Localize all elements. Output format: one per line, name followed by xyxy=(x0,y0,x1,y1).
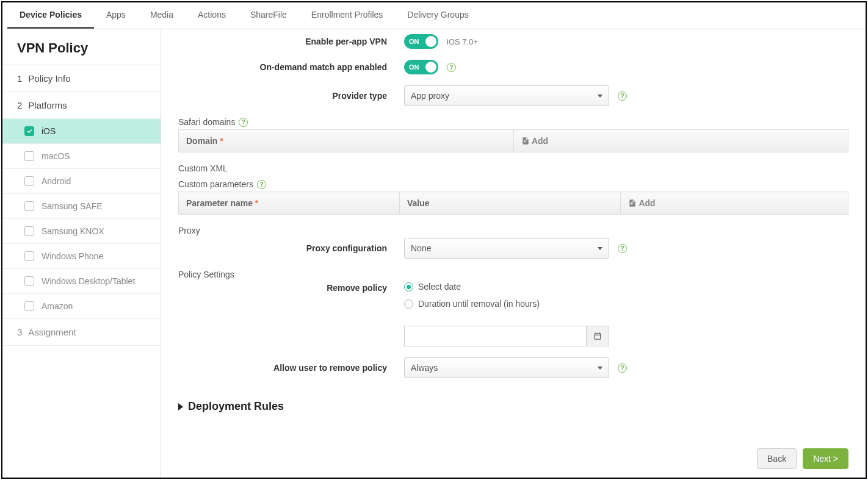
add-icon xyxy=(521,136,530,146)
calendar-icon xyxy=(593,332,602,340)
sidebar-item-label: iOS xyxy=(42,126,56,136)
tab-delivery-groups[interactable]: Delivery Groups xyxy=(395,2,480,29)
label-on-demand-match: On-demand match app enabled xyxy=(178,62,404,72)
section-custom-xml: Custom XML xyxy=(178,163,848,173)
sidebar-item-label: Samsung SAFE xyxy=(42,201,103,211)
chevron-down-icon xyxy=(598,367,602,370)
add-custom-param-button[interactable]: Add xyxy=(621,192,848,215)
col-value: Value xyxy=(400,192,621,215)
sidebar-step-label: Assignment xyxy=(28,327,76,337)
help-icon[interactable]: ? xyxy=(618,244,627,253)
back-button[interactable]: Back xyxy=(757,448,797,469)
sidebar-item-label: Android xyxy=(42,176,71,186)
sidebar-item-android[interactable]: Android xyxy=(2,169,161,194)
checkbox-icon[interactable] xyxy=(24,276,34,286)
section-custom-parameters: Custom parameters ? xyxy=(178,179,848,189)
radio-duration[interactable]: Duration until removal (in hours) xyxy=(404,299,609,309)
help-icon[interactable]: ? xyxy=(618,91,627,101)
sidebar-step-policy-info[interactable]: 1Policy Info xyxy=(2,65,161,92)
col-parameter-name: Parameter name * xyxy=(179,192,400,215)
section-text: Custom parameters xyxy=(178,179,253,189)
help-icon[interactable]: ? xyxy=(257,180,266,189)
add-icon xyxy=(628,198,637,208)
checkbox-icon[interactable] xyxy=(24,251,34,261)
radio-icon xyxy=(404,299,413,309)
tab-apps[interactable]: Apps xyxy=(94,2,138,29)
sidebar-item-label: Windows Desktop/Tablet xyxy=(42,276,135,286)
content: Enable per-app VPN ON iOS 7.0+ On-demand… xyxy=(161,29,866,478)
sidebar-item-windows-phone[interactable]: Windows Phone xyxy=(2,244,161,269)
section-proxy: Proxy xyxy=(178,226,848,235)
toggle-enable-per-app-vpn[interactable]: ON xyxy=(404,34,438,49)
sidebar: VPN Policy 1Policy Info 2Platforms iOS m… xyxy=(2,29,161,478)
label-enable-per-app-vpn: Enable per-app VPN xyxy=(178,37,404,46)
table-custom-parameters: Parameter name * Value Add xyxy=(178,192,848,215)
sidebar-item-label: Windows Phone xyxy=(42,251,103,261)
checkbox-icon[interactable] xyxy=(24,151,34,161)
chevron-down-icon xyxy=(598,247,602,250)
tab-sharefile[interactable]: ShareFile xyxy=(238,2,299,29)
checkbox-icon[interactable] xyxy=(24,176,34,186)
radio-label: Duration until removal (in hours) xyxy=(418,299,540,309)
radio-label: Select date xyxy=(418,282,461,292)
sidebar-step-assignment[interactable]: 3Assignment xyxy=(2,319,161,346)
toggle-label: ON xyxy=(409,38,419,45)
deployment-rules-label: Deployment Rules xyxy=(188,400,284,413)
sidebar-item-amazon[interactable]: Amazon xyxy=(2,294,161,319)
select-allow-user-remove[interactable]: Always xyxy=(404,357,609,378)
tab-media[interactable]: Media xyxy=(138,2,186,29)
radio-select-date[interactable]: Select date xyxy=(404,282,609,292)
col-domain: Domain * xyxy=(179,130,514,152)
sidebar-step-platforms[interactable]: 2Platforms xyxy=(2,92,161,119)
sidebar-item-label: macOS xyxy=(42,151,70,161)
select-proxy-configuration[interactable]: None xyxy=(404,238,609,259)
toggle-label: ON xyxy=(409,63,419,71)
select-value: Always xyxy=(411,363,438,373)
hint-ios-version: iOS 7.0+ xyxy=(447,37,478,46)
label-proxy-configuration: Proxy configuration xyxy=(178,243,404,253)
date-input[interactable] xyxy=(404,326,586,346)
help-icon[interactable]: ? xyxy=(618,364,627,373)
tab-enrollment-profiles[interactable]: Enrollment Profiles xyxy=(299,2,396,29)
checkbox-icon[interactable] xyxy=(24,201,34,211)
add-safari-domain-button[interactable]: Add xyxy=(513,130,848,152)
section-text: Safari domains xyxy=(178,117,235,127)
help-icon[interactable]: ? xyxy=(239,118,248,127)
select-provider-type[interactable]: App proxy xyxy=(404,85,609,106)
sidebar-item-label: Samsung KNOX xyxy=(42,226,104,236)
sidebar-item-samsung-safe[interactable]: Samsung SAFE xyxy=(2,194,161,219)
chevron-right-icon xyxy=(178,403,183,410)
sidebar-item-windows-desktop[interactable]: Windows Desktop/Tablet xyxy=(2,269,161,294)
sidebar-step-label: Platforms xyxy=(28,100,67,110)
sidebar-item-label: Amazon xyxy=(42,301,73,311)
next-button[interactable]: Next > xyxy=(803,448,848,469)
label-remove-policy: Remove policy xyxy=(178,282,404,293)
sidebar-item-samsung-knox[interactable]: Samsung KNOX xyxy=(2,219,161,244)
toggle-on-demand-match[interactable]: ON xyxy=(404,60,438,74)
section-safari-domains: Safari domains ? xyxy=(178,117,848,127)
checkbox-icon[interactable] xyxy=(24,226,34,236)
help-icon[interactable]: ? xyxy=(447,63,456,72)
label-provider-type: Provider type xyxy=(178,91,404,101)
deployment-rules-toggle[interactable]: Deployment Rules xyxy=(178,400,848,413)
sidebar-item-macos[interactable]: macOS xyxy=(2,144,161,169)
add-label: Add xyxy=(638,198,655,208)
top-tabs: Device Policies Apps Media Actions Share… xyxy=(2,2,866,29)
chevron-down-icon xyxy=(598,95,602,98)
select-value: App proxy xyxy=(411,91,449,101)
sidebar-item-ios[interactable]: iOS xyxy=(2,119,161,144)
radio-icon xyxy=(404,282,413,292)
sidebar-step-label: Policy Info xyxy=(28,73,70,84)
checkbox-icon[interactable] xyxy=(24,126,34,136)
label-allow-user-remove: Allow user to remove policy xyxy=(178,363,404,373)
toggle-knob xyxy=(425,36,436,47)
select-value: None xyxy=(411,243,431,253)
calendar-button[interactable] xyxy=(586,326,609,346)
toggle-knob xyxy=(425,62,436,73)
tab-actions[interactable]: Actions xyxy=(186,2,238,29)
section-policy-settings: Policy Settings xyxy=(178,270,848,279)
add-label: Add xyxy=(532,136,548,146)
tab-device-policies[interactable]: Device Policies xyxy=(7,2,94,29)
table-safari-domains: Domain * Add xyxy=(178,129,848,152)
checkbox-icon[interactable] xyxy=(24,301,34,311)
